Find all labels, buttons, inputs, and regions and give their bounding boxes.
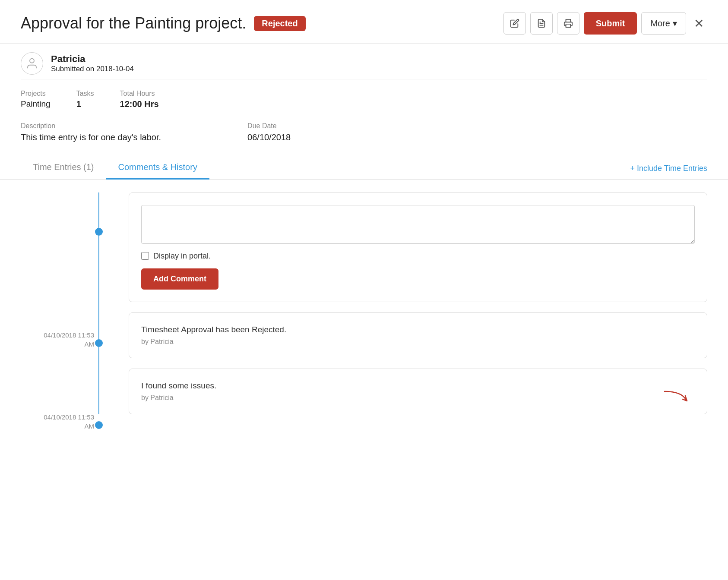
user-info: Patricia Submitted on 2018-10-04 bbox=[51, 54, 134, 73]
close-button[interactable]: ✕ bbox=[690, 15, 707, 32]
tabs-left: Time Entries (1) Comments & History bbox=[21, 155, 209, 179]
edit-button[interactable] bbox=[503, 12, 526, 35]
portal-check-row: Display in portal. bbox=[141, 252, 695, 261]
description-block: Description This time entry is for one d… bbox=[21, 122, 161, 142]
cards-area: Display in portal. Add Comment Timesheet… bbox=[116, 192, 707, 414]
sub-header: Patricia Submitted on 2018-10-04 bbox=[0, 44, 728, 79]
tasks-label: Tasks bbox=[76, 90, 94, 98]
timestamp-1: 04/10/2018 11:53AM bbox=[44, 331, 94, 349]
tabs-container: Time Entries (1) Comments & History + In… bbox=[0, 155, 728, 180]
more-button[interactable]: More ▾ bbox=[641, 12, 686, 35]
svg-point-3 bbox=[30, 59, 34, 63]
submitted-label: Submitted on bbox=[51, 65, 94, 73]
description-label: Description bbox=[21, 122, 161, 130]
due-date-block: Due Date 06/10/2018 bbox=[247, 122, 291, 142]
hours-col: Total Hours 12:00 Hrs bbox=[120, 90, 159, 109]
more-label: More bbox=[650, 19, 670, 28]
close-icon: ✕ bbox=[694, 17, 704, 30]
timestamp-2: 04/10/2018 11:53AM bbox=[44, 413, 94, 431]
due-date-label: Due Date bbox=[247, 122, 291, 130]
pdf-button[interactable] bbox=[530, 12, 553, 35]
history-by-2: by Patricia bbox=[141, 394, 695, 402]
print-button[interactable] bbox=[557, 12, 579, 35]
print-icon bbox=[563, 19, 573, 28]
projects-col: Projects Painting bbox=[21, 90, 51, 109]
status-badge: Rejected bbox=[254, 16, 305, 31]
summary-table: Projects Painting Tasks 1 Total Hours 12… bbox=[21, 90, 707, 109]
chevron-down-icon: ▾ bbox=[673, 18, 677, 28]
add-comment-button[interactable]: Add Comment bbox=[141, 268, 218, 290]
tasks-col: Tasks 1 bbox=[76, 90, 94, 109]
tab-comments-history[interactable]: Comments & History bbox=[106, 155, 209, 180]
header-actions: Submit More ▾ ✕ bbox=[503, 12, 707, 35]
avatar bbox=[21, 52, 43, 75]
comment-form-card: Display in portal. Add Comment bbox=[129, 192, 707, 302]
due-date-value: 06/10/2018 bbox=[247, 132, 291, 142]
history-card-1: Timesheet Approval has been Rejected. by… bbox=[129, 312, 707, 358]
reply-arrow bbox=[660, 387, 695, 406]
submit-button[interactable]: Submit bbox=[584, 12, 637, 35]
history-by-1: by Patricia bbox=[141, 338, 695, 346]
submitted-date: 2018-10-04 bbox=[96, 65, 134, 73]
summary-section: Projects Painting Tasks 1 Total Hours 12… bbox=[0, 79, 728, 118]
timeline-dot-3 bbox=[95, 421, 103, 429]
timeline-dot-2 bbox=[95, 339, 103, 347]
hours-value: 12:00 Hrs bbox=[120, 99, 159, 109]
projects-value: Painting bbox=[21, 99, 51, 109]
user-name: Patricia bbox=[51, 54, 134, 65]
comment-textarea[interactable] bbox=[141, 205, 695, 244]
page-header: Approval for the Painting project. Rejec… bbox=[0, 0, 728, 44]
projects-label: Projects bbox=[21, 90, 51, 98]
description-value: This time entry is for one day's labor. bbox=[21, 132, 161, 142]
timeline-line bbox=[98, 192, 99, 414]
main-content: 04/10/2018 11:53AM 04/10/2018 11:53AM Di… bbox=[0, 180, 728, 427]
include-time-entries-label: + Include Time Entries bbox=[630, 164, 707, 173]
page-title: Approval for the Painting project. Rejec… bbox=[21, 14, 496, 32]
history-text-2: I found some issues. bbox=[141, 381, 695, 391]
history-text-1: Timesheet Approval has been Rejected. bbox=[141, 325, 695, 334]
history-card-2: I found some issues. by Patricia bbox=[129, 369, 707, 414]
svg-rect-2 bbox=[566, 24, 570, 27]
tasks-value: 1 bbox=[76, 99, 94, 109]
timeline-area: 04/10/2018 11:53AM 04/10/2018 11:53AM Di… bbox=[21, 192, 707, 414]
portal-checkbox[interactable] bbox=[141, 252, 149, 260]
reply-arrow-icon bbox=[660, 387, 695, 404]
timeline-dot-1 bbox=[95, 228, 103, 236]
include-time-entries-button[interactable]: + Include Time Entries bbox=[630, 164, 707, 179]
edit-icon bbox=[510, 19, 519, 28]
timeline-track: 04/10/2018 11:53AM 04/10/2018 11:53AM bbox=[21, 192, 116, 414]
pdf-icon bbox=[537, 19, 546, 28]
submitted-on: Submitted on 2018-10-04 bbox=[51, 65, 134, 73]
tab-time-entries[interactable]: Time Entries (1) bbox=[21, 155, 106, 180]
portal-label[interactable]: Display in portal. bbox=[153, 252, 211, 261]
title-text: Approval for the Painting project. bbox=[21, 14, 246, 32]
description-section: Description This time entry is for one d… bbox=[0, 118, 728, 151]
hours-label: Total Hours bbox=[120, 90, 159, 98]
